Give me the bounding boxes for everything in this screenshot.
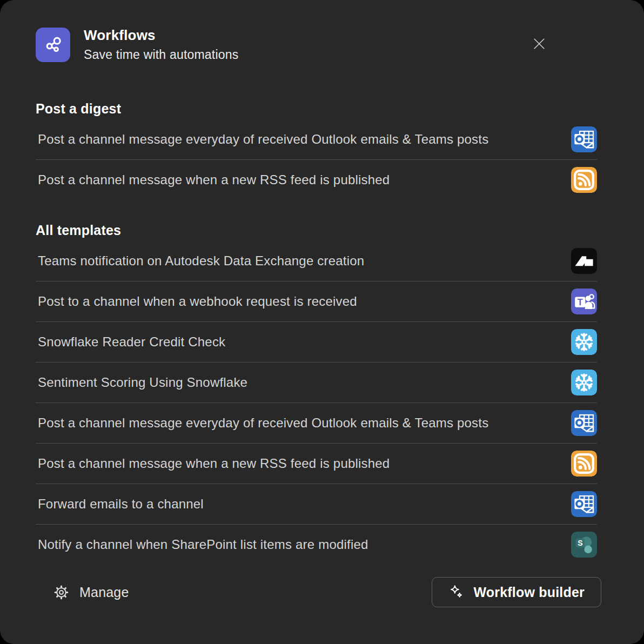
- template-row-snowflake-sentiment[interactable]: Sentiment Scoring Using Snowflake: [36, 363, 597, 403]
- manage-label: Manage: [79, 585, 129, 600]
- workflows-share-icon: [42, 34, 64, 56]
- template-row-digest-rss[interactable]: Post a channel message when a new RSS fe…: [36, 160, 597, 200]
- snowflake-icon: [571, 370, 597, 395]
- template-row-outlook-digest[interactable]: Post a channel message everyday of recei…: [36, 403, 597, 444]
- section-heading: All templates: [36, 223, 597, 238]
- snowflake-icon: [571, 329, 597, 355]
- rss-icon: [571, 451, 597, 477]
- template-label: Forward emails to a channel: [36, 497, 204, 512]
- template-label: Post to a channel when a webhook request…: [36, 294, 357, 309]
- workflow-builder-label: Workflow builder: [473, 585, 585, 600]
- workflow-builder-button[interactable]: Workflow builder: [432, 577, 601, 607]
- outlook-icon: [571, 491, 597, 517]
- template-row-sharepoint[interactable]: Notify a channel when SharePoint list it…: [36, 525, 597, 565]
- template-row-rss[interactable]: Post a channel message when a new RSS fe…: [36, 444, 597, 484]
- outlook-icon: [571, 410, 597, 436]
- section-post-a-digest: Post a digest Post a channel message eve…: [36, 101, 597, 200]
- dialog-footer: Manage Workflow builder: [36, 577, 601, 607]
- dialog-header: Workflows Save time with automations: [36, 27, 597, 62]
- template-row-forward-emails[interactable]: Forward emails to a channel: [36, 484, 597, 525]
- rss-icon: [571, 167, 597, 193]
- template-label: Snowflake Reader Credit Check: [36, 334, 225, 350]
- section-all-templates: All templates Teams notification on Auto…: [36, 223, 597, 565]
- teams-icon: [571, 289, 597, 314]
- template-label: Sentiment Scoring Using Snowflake: [36, 375, 247, 390]
- template-row-autodesk[interactable]: Teams notification on Autodesk Data Exch…: [36, 241, 597, 281]
- workflows-app-tile: [36, 28, 70, 62]
- template-label: Post a channel message everyday of recei…: [36, 132, 488, 147]
- close-button[interactable]: [530, 35, 548, 53]
- template-label: Notify a channel when SharePoint list it…: [36, 537, 368, 552]
- gear-icon: [53, 584, 70, 601]
- autodesk-icon: [571, 248, 597, 274]
- dialog-title: Workflows: [84, 27, 238, 44]
- manage-button[interactable]: Manage: [53, 584, 129, 601]
- workflows-dialog: Workflows Save time with automations Pos…: [0, 0, 644, 644]
- close-icon: [531, 36, 547, 52]
- outlook-icon: [571, 126, 597, 152]
- template-label: Post a channel message everyday of recei…: [36, 415, 488, 431]
- sparkle-icon: [448, 584, 465, 600]
- template-label: Post a channel message when a new RSS fe…: [36, 456, 390, 471]
- dialog-subtitle: Save time with automations: [84, 48, 238, 62]
- sharepoint-icon: [571, 532, 597, 558]
- template-row-digest-outlook[interactable]: Post a channel message everyday of recei…: [36, 119, 597, 160]
- template-row-webhook[interactable]: Post to a channel when a webhook request…: [36, 281, 597, 322]
- template-label: Post a channel message when a new RSS fe…: [36, 172, 390, 187]
- template-label: Teams notification on Autodesk Data Exch…: [36, 253, 364, 269]
- template-row-snowflake-credit[interactable]: Snowflake Reader Credit Check: [36, 322, 597, 363]
- section-heading: Post a digest: [36, 101, 597, 117]
